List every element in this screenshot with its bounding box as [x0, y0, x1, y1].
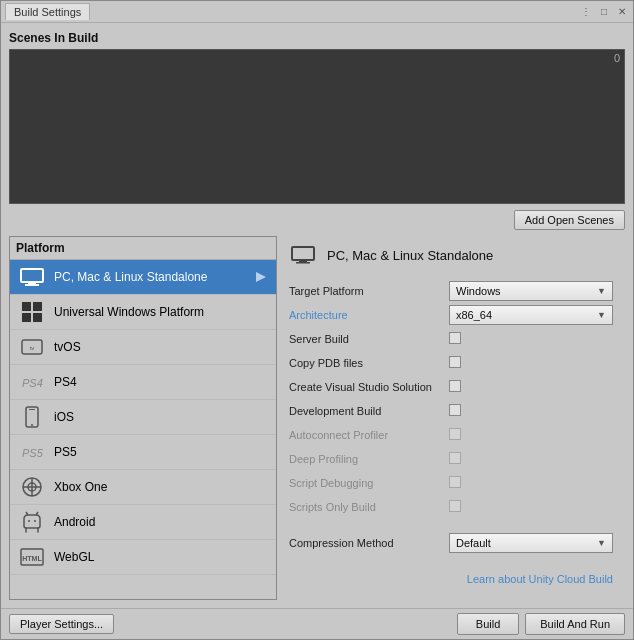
- svg-rect-6: [22, 313, 31, 322]
- compression-dropdown-arrow: ▼: [597, 538, 606, 548]
- bottom-bar-left: Player Settings...: [9, 614, 451, 634]
- svg-rect-5: [33, 302, 42, 311]
- platform-item-webgl[interactable]: HTML WebGL: [10, 540, 276, 575]
- settings-row-copy-pdb: Copy PDB files: [289, 352, 613, 374]
- script-debug-checkbox: [449, 476, 461, 488]
- settings-row-dev-build: Development Build: [289, 400, 613, 422]
- settings-row-deep-profiling: Deep Profiling: [289, 448, 613, 470]
- build-settings-window: Build Settings ⋮ □ ✕ Scenes In Build 0 A…: [0, 0, 634, 640]
- script-debug-value: [449, 476, 613, 491]
- svg-rect-12: [29, 409, 35, 410]
- cloud-build-link[interactable]: Learn about Unity Cloud Build: [467, 573, 613, 585]
- compression-value: Default ▼: [449, 533, 613, 553]
- deep-profiling-value: [449, 452, 613, 467]
- autoconnect-value: [449, 428, 613, 443]
- platform-label-ios: iOS: [54, 410, 268, 424]
- platform-item-ps5[interactable]: PS5 PS5: [10, 435, 276, 470]
- platform-item-uwp[interactable]: Universal Windows Platform: [10, 295, 276, 330]
- build-button[interactable]: Build: [457, 613, 519, 635]
- scene-count: 0: [614, 52, 620, 64]
- svg-rect-27: [292, 247, 314, 260]
- platform-label-tvos: tvOS: [54, 340, 268, 354]
- ps5-icon: PS5: [18, 441, 46, 463]
- platform-item-ios[interactable]: iOS: [10, 400, 276, 435]
- close-button[interactable]: ✕: [615, 5, 629, 19]
- dev-build-checkbox[interactable]: [449, 404, 461, 416]
- settings-row-vs-solution: Create Visual Studio Solution: [289, 376, 613, 398]
- svg-rect-7: [33, 313, 42, 322]
- webgl-icon: HTML: [18, 546, 46, 568]
- svg-rect-2: [25, 284, 39, 286]
- server-build-label: Server Build: [289, 333, 449, 345]
- scripts-only-label: Scripts Only Build: [289, 501, 449, 513]
- svg-text:PS5: PS5: [22, 447, 44, 459]
- title-bar: Build Settings ⋮ □ ✕: [1, 1, 633, 23]
- svg-text:tv: tv: [30, 345, 35, 351]
- server-build-checkbox[interactable]: [449, 332, 461, 344]
- main-content: Scenes In Build 0 Add Open Scenes Platfo…: [1, 23, 633, 608]
- target-platform-dropdown[interactable]: Windows ▼: [449, 281, 613, 301]
- tvos-icon: tv: [18, 336, 46, 358]
- svg-rect-1: [28, 282, 36, 284]
- xbox-icon: [18, 476, 46, 498]
- platform-item-pc[interactable]: PC, Mac & Linux Standalone: [10, 260, 276, 295]
- settings-row-target-platform: Target Platform Windows ▼: [289, 280, 613, 302]
- copy-pdb-value: [449, 356, 613, 371]
- architecture-value: x86_64 ▼: [449, 305, 613, 325]
- autoconnect-checkbox: [449, 428, 461, 440]
- platform-label-android: Android: [54, 515, 268, 529]
- compression-label: Compression Method: [289, 537, 449, 549]
- dev-build-value: [449, 404, 613, 419]
- architecture-label[interactable]: Architecture: [289, 309, 449, 321]
- scripts-only-checkbox: [449, 500, 461, 512]
- settings-header-icon: [289, 244, 317, 266]
- platform-label-ps5: PS5: [54, 445, 268, 459]
- scenes-section: Scenes In Build 0 Add Open Scenes: [9, 31, 625, 230]
- svg-text:HTML: HTML: [22, 555, 42, 562]
- svg-rect-28: [299, 260, 307, 262]
- settings-panel: PC, Mac & Linux Standalone Target Platfo…: [277, 236, 625, 600]
- platform-item-ps4[interactable]: PS4 PS4: [10, 365, 276, 400]
- deep-profiling-checkbox: [449, 452, 461, 464]
- copy-pdb-label: Copy PDB files: [289, 357, 449, 369]
- bottom-bar: Player Settings... Build Build And Run: [1, 608, 633, 639]
- svg-rect-0: [21, 269, 43, 282]
- maximize-button[interactable]: □: [597, 5, 611, 19]
- player-settings-button[interactable]: Player Settings...: [9, 614, 114, 634]
- server-build-value: [449, 332, 613, 347]
- platform-item-tvos[interactable]: tv tvOS: [10, 330, 276, 365]
- settings-header: PC, Mac & Linux Standalone: [289, 244, 613, 266]
- scenes-area: 0: [9, 49, 625, 204]
- platform-label-ps4: PS4: [54, 375, 268, 389]
- settings-row-compression: Compression Method Default ▼: [289, 532, 613, 554]
- title-controls: ⋮ □ ✕: [579, 5, 629, 19]
- compression-dropdown[interactable]: Default ▼: [449, 533, 613, 553]
- dropdown-arrow: ▼: [597, 286, 606, 296]
- platform-item-android[interactable]: Android: [10, 505, 276, 540]
- build-and-run-button[interactable]: Build And Run: [525, 613, 625, 635]
- add-open-scenes-button[interactable]: Add Open Scenes: [514, 210, 625, 230]
- platform-panel: Platform PC, Mac & Linux Standalone: [9, 236, 277, 600]
- android-icon: [18, 511, 46, 533]
- settings-row-autoconnect: Autoconnect Profiler: [289, 424, 613, 446]
- svg-point-22: [34, 520, 36, 522]
- svg-point-13: [31, 424, 33, 426]
- platform-item-xbox[interactable]: Xbox One: [10, 470, 276, 505]
- architecture-dropdown[interactable]: x86_64 ▼: [449, 305, 613, 325]
- deep-profiling-label: Deep Profiling: [289, 453, 449, 465]
- windows-icon: [18, 301, 46, 323]
- platform-label-webgl: WebGL: [54, 550, 268, 564]
- settings-row-server-build: Server Build: [289, 328, 613, 350]
- menu-button[interactable]: ⋮: [579, 5, 593, 19]
- target-platform-value: Windows ▼: [449, 281, 613, 301]
- vs-solution-checkbox[interactable]: [449, 380, 461, 392]
- copy-pdb-checkbox[interactable]: [449, 356, 461, 368]
- monitor-icon: [18, 266, 46, 288]
- platform-label-xbox: Xbox One: [54, 480, 268, 494]
- platform-label-pc: PC, Mac & Linux Standalone: [54, 270, 246, 284]
- settings-rows: Target Platform Windows ▼ Architecture: [289, 280, 613, 556]
- scenes-title: Scenes In Build: [9, 31, 625, 45]
- settings-header-title: PC, Mac & Linux Standalone: [327, 248, 493, 263]
- vs-solution-label: Create Visual Studio Solution: [289, 381, 449, 393]
- settings-row-architecture: Architecture x86_64 ▼: [289, 304, 613, 326]
